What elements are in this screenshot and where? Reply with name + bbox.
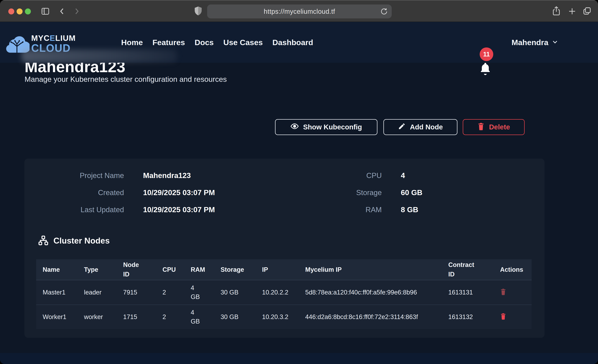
nav-link-features[interactable]: Features — [152, 38, 185, 47]
cell-ip: 10.20.2.2 — [262, 289, 305, 296]
ram-value: 8 GB — [401, 205, 418, 214]
nav-link-use-cases[interactable]: Use Cases — [223, 38, 263, 47]
delete-node-button-worker1[interactable] — [500, 313, 507, 320]
cluster-nodes-header: Cluster Nodes — [38, 235, 110, 247]
cell-mycelium-ip: 446:d2a6:8bcd:8c16:ff0f:72e2:3114:863f — [305, 310, 435, 324]
notifications-button[interactable]: 11 — [477, 47, 498, 76]
cell-contract-id: 1613132 — [448, 313, 500, 321]
page-subtitle: Manage your Kubernetes cluster configura… — [25, 75, 227, 84]
pencil-icon — [398, 123, 406, 132]
storage-value: 60 GB — [401, 188, 422, 197]
col-mycelium-ip: Mycelium IP — [305, 266, 448, 273]
zoom-window-button[interactable] — [25, 8, 31, 14]
cell-ip: 10.20.3.2 — [262, 313, 305, 321]
new-tab-icon[interactable] — [568, 7, 577, 16]
privacy-blur-overlay — [21, 50, 177, 63]
add-node-button[interactable]: Add Node — [383, 119, 457, 135]
cell-cpu: 2 — [163, 313, 191, 321]
cluster-nodes-table: Name Type Node ID CPU RAM Storage IP Myc… — [36, 259, 532, 329]
col-contract-id: Contract ID — [448, 260, 479, 279]
url-field[interactable]: https://myceliumcloud.tf — [207, 4, 392, 18]
show-kubeconfig-button[interactable]: Show Kubeconfig — [275, 119, 377, 135]
cell-cpu: 2 — [163, 289, 191, 296]
forward-icon[interactable] — [72, 7, 81, 16]
notification-badge: 11 — [480, 48, 493, 61]
cell-name: Worker1 — [43, 313, 84, 321]
cpu-label: CPU — [282, 171, 382, 180]
delete-cluster-button[interactable]: Delete — [463, 119, 525, 135]
col-storage: Storage — [221, 266, 262, 273]
share-icon[interactable] — [551, 6, 561, 17]
cluster-nodes-icon — [38, 235, 49, 247]
col-name: Name — [43, 266, 84, 273]
trash-icon — [477, 122, 485, 132]
cell-storage: 30 GB — [221, 313, 262, 321]
cluster-info-left: Project NameMahendra123 Created10/29/202… — [25, 167, 215, 218]
reload-icon[interactable] — [380, 8, 388, 16]
cluster-info-right: CPU4 Storage60 GB RAM8 GB — [282, 167, 422, 218]
close-window-button[interactable] — [8, 8, 14, 14]
tab-overview-icon[interactable] — [582, 6, 592, 16]
col-type: Type — [84, 266, 123, 273]
cpu-value: 4 — [401, 171, 405, 180]
user-menu[interactable]: Mahendra — [512, 22, 558, 63]
col-ip: IP — [262, 266, 305, 273]
col-node-id: Node ID — [123, 260, 143, 279]
footer-strip — [0, 353, 598, 364]
cell-storage: 30 GB — [221, 289, 262, 296]
bell-icon — [479, 61, 492, 77]
nav-link-dashboard[interactable]: Dashboard — [272, 38, 313, 47]
cell-type: leader — [84, 289, 123, 296]
user-name: Mahendra — [512, 38, 548, 47]
chevron-down-icon — [552, 39, 558, 46]
cell-mycelium-ip: 5d8:78ea:a120:f40c:ff0f:a5fe:99e6:8b96 — [305, 285, 435, 299]
project-name-value: Mahendra123 — [143, 171, 191, 180]
cluster-nodes-title: Cluster Nodes — [53, 236, 110, 246]
minimize-window-button[interactable] — [17, 8, 23, 14]
table-row-worker1: Worker1 worker 1715 2 4 GB 30 GB 10.20.3… — [36, 305, 532, 329]
created-label: Created — [25, 189, 124, 197]
browser-toolbar: https://myceliumcloud.tf — [0, 0, 598, 22]
cell-node-id: 7915 — [123, 289, 163, 296]
cell-type: worker — [84, 313, 123, 321]
privacy-shield-icon — [193, 6, 203, 16]
back-icon[interactable] — [58, 7, 67, 16]
browser-window: Mahendra123 https://myceliumcloud.tf — [0, 0, 598, 364]
storage-label: Storage — [282, 189, 382, 197]
eye-icon — [291, 122, 299, 132]
last-updated-value: 10/29/2025 03:07 PM — [143, 205, 215, 214]
col-actions: Actions — [500, 266, 532, 273]
delete-node-button-master1[interactable] — [500, 288, 507, 296]
cell-ram: 4 GB — [191, 308, 201, 326]
cluster-details-card: Project NameMahendra123 Created10/29/202… — [25, 159, 545, 338]
ram-label: RAM — [282, 206, 382, 214]
col-ram: RAM — [191, 266, 221, 273]
url-text: https://myceliumcloud.tf — [264, 8, 335, 15]
cell-contract-id: 1613131 — [448, 289, 500, 296]
nav-link-docs[interactable]: Docs — [195, 38, 214, 47]
cell-name: Master1 — [43, 289, 84, 296]
cell-node-id: 1715 — [123, 313, 163, 321]
last-updated-label: Last Updated — [25, 206, 124, 214]
table-header-row: Name Type Node ID CPU RAM Storage IP Myc… — [36, 259, 532, 280]
col-cpu: CPU — [163, 266, 191, 273]
nav-link-home[interactable]: Home — [121, 38, 143, 47]
cell-ram: 4 GB — [191, 283, 201, 301]
table-row-master1: Master1 leader 7915 2 4 GB 30 GB 10.20.2… — [36, 280, 532, 305]
project-name-label: Project Name — [25, 171, 124, 180]
created-value: 10/29/2025 03:07 PM — [143, 188, 215, 197]
sidebar-toggle-icon[interactable] — [41, 7, 50, 16]
